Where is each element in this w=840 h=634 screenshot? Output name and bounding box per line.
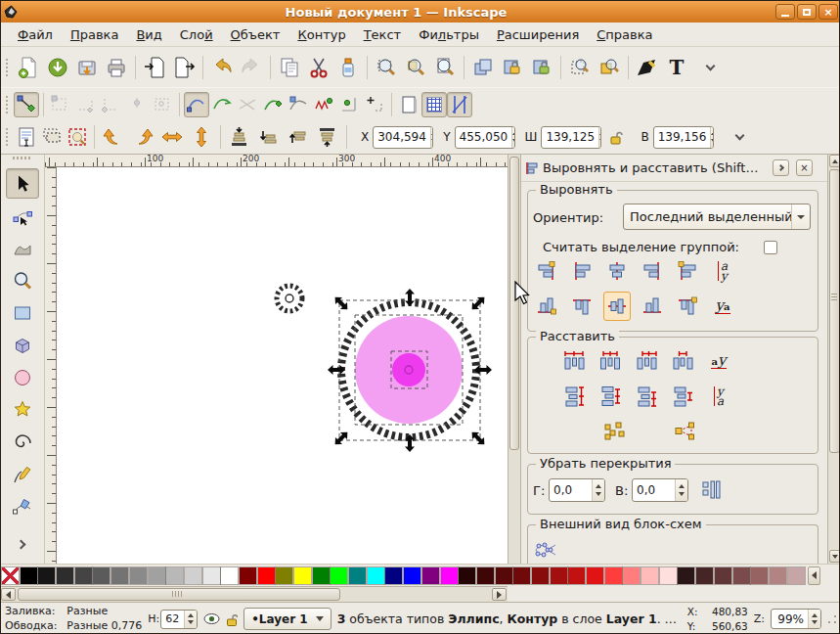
spin-arrows[interactable]	[710, 127, 713, 148]
fill-stroke-dialog-button[interactable]	[633, 53, 662, 82]
equal-vertical-gaps-button[interactable]	[669, 382, 696, 411]
color-swatch[interactable]	[166, 567, 183, 584]
duplicate-button[interactable]	[468, 53, 498, 82]
align-text-vertical-button[interactable]: ay	[709, 256, 736, 286]
menu-view[interactable]: Вид	[127, 25, 170, 44]
small-gear-path[interactable]	[277, 286, 302, 311]
color-swatch[interactable]	[751, 567, 768, 584]
node-tool[interactable]	[6, 201, 39, 231]
color-swatch[interactable]	[404, 567, 420, 584]
color-swatch[interactable]	[733, 567, 750, 584]
y-field[interactable]: 455,050	[455, 126, 515, 149]
menu-filters[interactable]: Фильтры	[410, 25, 488, 44]
color-swatch[interactable]	[276, 567, 292, 584]
color-swatch[interactable]	[587, 567, 603, 584]
scroll-left-button[interactable]	[1, 588, 16, 601]
snap-bbox-midpoints-toggle[interactable]	[124, 92, 150, 117]
spin-arrows[interactable]	[511, 127, 514, 148]
zoom-field[interactable]: 99%	[771, 609, 821, 629]
remove-overlaps-button[interactable]	[699, 476, 727, 505]
color-swatch[interactable]	[111, 567, 128, 584]
scroll-up-button[interactable]	[829, 155, 840, 167]
treat-as-group-checkbox[interactable]	[764, 241, 777, 254]
pencil-tool[interactable]	[6, 459, 39, 489]
paste-button[interactable]	[333, 53, 363, 82]
snap-paths-toggle[interactable]	[209, 92, 235, 117]
distribute-top-edges-button[interactable]	[560, 382, 588, 411]
spin-arrows[interactable]	[598, 127, 601, 148]
rectangle-tool[interactable]	[6, 297, 39, 328]
lower-to-bottom-button[interactable]	[225, 122, 254, 152]
create-clone-button[interactable]	[498, 53, 527, 82]
snap-intersections-toggle[interactable]	[235, 92, 260, 117]
center-on-vertical-axis-button[interactable]	[603, 256, 631, 286]
panel-close-button[interactable]: ×	[796, 159, 813, 176]
color-swatch[interactable]	[770, 567, 786, 584]
toolbar-grip[interactable]	[6, 128, 8, 146]
opacity-control[interactable]: Н: 62	[148, 610, 198, 629]
graph-layout-button[interactable]	[533, 536, 560, 566]
color-swatch[interactable]	[496, 567, 512, 584]
scroll-right-button[interactable]	[492, 588, 507, 601]
lower-button[interactable]	[254, 122, 284, 152]
raise-to-top-button[interactable]	[313, 122, 342, 152]
pen-tool[interactable]	[6, 491, 39, 521]
zoom-drawing-button[interactable]	[401, 53, 430, 82]
color-swatch[interactable]	[93, 567, 110, 584]
rotate-ccw-button[interactable]	[99, 122, 128, 152]
color-swatch[interactable]	[130, 567, 147, 584]
align-top-edges-button[interactable]	[568, 292, 596, 321]
inner-ellipse[interactable]	[392, 353, 425, 386]
palette-scroll-left-button[interactable]	[808, 566, 820, 585]
color-swatch[interactable]	[149, 567, 165, 584]
color-swatch[interactable]	[696, 567, 713, 584]
color-swatch[interactable]	[258, 567, 275, 584]
color-swatch[interactable]	[477, 567, 494, 584]
selector-tool[interactable]	[6, 168, 39, 199]
color-swatch[interactable]	[641, 567, 658, 584]
close-button[interactable]: ×	[818, 4, 838, 20]
menu-object[interactable]: Объект	[222, 25, 289, 44]
panel-scrollbar[interactable]	[827, 155, 840, 564]
distribute-centers-vertically-button[interactable]	[597, 382, 624, 411]
color-swatch[interactable]	[441, 567, 458, 584]
cut-button[interactable]	[304, 53, 333, 82]
align-top-to-bottom-anchor-button[interactable]	[674, 292, 701, 321]
color-swatch[interactable]	[422, 567, 439, 584]
align-left-to-right-anchor-button[interactable]	[674, 256, 701, 286]
unclump-button[interactable]	[672, 417, 699, 446]
unlink-clone-button[interactable]	[527, 53, 556, 82]
color-swatch[interactable]	[294, 567, 311, 584]
randomize-positions-button[interactable]	[600, 417, 628, 446]
align-bottom-edges-button[interactable]	[639, 292, 666, 321]
color-swatch[interactable]	[240, 567, 256, 584]
color-swatch[interactable]	[660, 567, 677, 584]
menu-help[interactable]: Справка	[588, 25, 661, 44]
canvas-vertical-scrollbar[interactable]	[508, 155, 520, 564]
opacity-field[interactable]: 62	[160, 610, 198, 629]
scrollbar-thumb[interactable]	[829, 169, 840, 453]
lock-ratio-toggle[interactable]	[603, 124, 629, 150]
toolbar-grip[interactable]	[6, 59, 8, 76]
snap-cusp-nodes-toggle[interactable]	[260, 92, 286, 117]
color-swatch[interactable]	[715, 567, 731, 584]
color-swatch[interactable]	[38, 567, 55, 584]
vertical-ruler[interactable]	[45, 167, 57, 564]
zoom-tool[interactable]	[6, 265, 39, 295]
equal-horizontal-gaps-button[interactable]	[669, 346, 696, 376]
panel-dock-button[interactable]	[773, 159, 789, 176]
title-bar[interactable]: Новый документ 1 — Inkscape ×	[1, 1, 840, 23]
anchor-dropdown[interactable]: Последний выделенный	[623, 204, 811, 230]
toolbox-expander[interactable]	[9, 534, 32, 554]
minimize-button[interactable]	[775, 4, 795, 20]
select-original-button[interactable]	[565, 53, 595, 82]
spin-arrows[interactable]	[675, 479, 687, 501]
box3d-tool[interactable]	[6, 330, 39, 360]
copy-button[interactable]	[275, 53, 304, 82]
horizontal-ruler[interactable]: 100 200 300 400	[45, 155, 508, 167]
color-swatch[interactable]	[513, 567, 530, 584]
distribute-right-edges-button[interactable]	[633, 346, 660, 376]
color-swatch[interactable]	[459, 567, 475, 584]
spin-arrows[interactable]	[430, 127, 433, 148]
snap-smooth-nodes-toggle[interactable]	[286, 92, 311, 117]
